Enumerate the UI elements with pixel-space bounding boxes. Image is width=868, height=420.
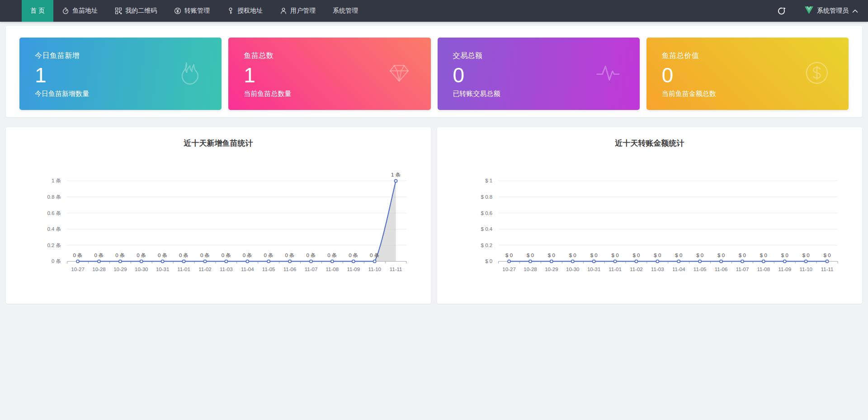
svg-text:$ 0: $ 0: [781, 253, 788, 258]
nav-item-transfer-mgmt[interactable]: 转账管理: [165, 0, 218, 22]
nav-item-home[interactable]: 首 页: [22, 0, 53, 22]
transfer-amount-chart-card: 近十天转账金额统计 $ 0$ 0.2$ 0.4$ 0.6$ 0.8$ 110-2…: [437, 127, 862, 304]
transfer-amount-chart-title: 近十天转账金额统计: [450, 138, 849, 148]
svg-text:$ 0: $ 0: [802, 253, 810, 258]
nav-item-my-qrcode[interactable]: 我的二维码: [106, 0, 165, 22]
svg-text:$ 0: $ 0: [654, 253, 661, 258]
svg-text:0 条: 0 条: [200, 253, 210, 258]
svg-text:$ 0.4: $ 0.4: [481, 226, 493, 232]
transfer-amount-line-chart: $ 0$ 0.2$ 0.4$ 0.6$ 0.8$ 110-2710-2810-2…: [450, 155, 849, 298]
chevron-up-icon: [852, 7, 858, 15]
svg-text:11-09: 11-09: [347, 267, 360, 272]
stat-card-subtitle: 当前鱼苗总数量: [244, 90, 415, 98]
svg-text:$ 0: $ 0: [569, 253, 576, 258]
navbar-right: 系统管理员: [777, 0, 868, 22]
main-content: 今日鱼苗新增 1 今日鱼苗新增数量 鱼苗总数 1 当前鱼苗总数量: [0, 22, 868, 304]
svg-text:$ 0: $ 0: [548, 253, 555, 258]
new-fry-line-chart: 0 条0.2 条0.4 条0.6 条0.8 条1 条10-2710-2810-2…: [19, 155, 418, 298]
current-user-name: 系统管理员: [817, 7, 849, 15]
svg-text:$ 0: $ 0: [612, 253, 619, 258]
qrcode-icon: [115, 7, 122, 14]
svg-text:11-05: 11-05: [693, 267, 707, 272]
stat-card-total-fry: 鱼苗总数 1 当前鱼苗总数量: [228, 38, 430, 110]
nav-item-user-mgmt[interactable]: 用户管理: [271, 0, 324, 22]
svg-text:0 条: 0 条: [94, 253, 104, 258]
svg-text:11-09: 11-09: [778, 267, 791, 272]
svg-text:$ 0: $ 0: [590, 253, 598, 258]
svg-text:0.4 条: 0.4 条: [47, 226, 61, 232]
svg-text:10-31: 10-31: [587, 267, 600, 272]
svg-text:10-31: 10-31: [156, 267, 169, 272]
nav-item-auth-address[interactable]: 授权地址: [218, 0, 271, 22]
stats-panel: 今日鱼苗新增 1 今日鱼苗新增数量 鱼苗总数 1 当前鱼苗总数量: [6, 26, 862, 117]
svg-text:10-27: 10-27: [502, 267, 515, 272]
stat-card-total-fry-value: 鱼苗总价值 0 当前鱼苗金额总数: [646, 38, 849, 110]
svg-text:11-05: 11-05: [262, 267, 275, 272]
svg-text:11-11: 11-11: [390, 267, 402, 272]
odometer-icon: [62, 7, 69, 14]
key-icon: [227, 7, 234, 14]
svg-text:11-10: 11-10: [368, 267, 381, 272]
nav-item-label: 转账管理: [184, 7, 210, 15]
svg-text:$ 1: $ 1: [485, 178, 492, 183]
svg-text:0.2 条: 0.2 条: [47, 243, 61, 248]
pulse-icon: [594, 59, 623, 89]
svg-text:0 条: 0 条: [264, 253, 274, 258]
svg-text:$ 0: $ 0: [675, 253, 682, 258]
svg-text:0 条: 0 条: [370, 253, 379, 258]
nav-item-label: 授权地址: [237, 7, 263, 15]
svg-text:11-07: 11-07: [736, 267, 749, 272]
svg-text:0 条: 0 条: [158, 253, 167, 258]
stat-card-subtitle: 今日鱼苗新增数量: [35, 90, 206, 98]
svg-text:11-03: 11-03: [651, 267, 664, 272]
svg-text:$ 0.6: $ 0.6: [481, 210, 493, 216]
svg-text:10-28: 10-28: [524, 267, 537, 272]
user-menu[interactable]: 系统管理员: [805, 6, 858, 16]
svg-text:$ 0: $ 0: [485, 258, 492, 264]
user-icon: [280, 7, 287, 14]
svg-text:0 条: 0 条: [327, 253, 337, 258]
svg-text:$ 0: $ 0: [696, 253, 703, 258]
svg-text:0 条: 0 条: [137, 253, 146, 258]
svg-text:0 条: 0 条: [115, 253, 125, 258]
svg-text:$ 0: $ 0: [760, 253, 767, 258]
svg-text:11-06: 11-06: [715, 267, 728, 272]
stat-cards-row: 今日鱼苗新增 1 今日鱼苗新增数量 鱼苗总数 1 当前鱼苗总数量: [19, 38, 849, 110]
svg-text:$ 0: $ 0: [527, 253, 534, 258]
svg-text:11-07: 11-07: [305, 267, 318, 272]
svg-text:10-30: 10-30: [135, 267, 148, 272]
nav-item-label: 首 页: [30, 7, 45, 15]
svg-text:11-06: 11-06: [283, 267, 297, 272]
svg-text:11-01: 11-01: [177, 267, 190, 272]
refresh-icon[interactable]: [777, 7, 786, 15]
svg-text:11-01: 11-01: [609, 267, 622, 272]
vue-logo: [805, 6, 813, 16]
nav-item-fry-address[interactable]: 鱼苗地址: [53, 0, 106, 22]
svg-text:0 条: 0 条: [285, 253, 295, 258]
nav-item-system-mgmt[interactable]: 系统管理: [324, 0, 367, 22]
dollar-icon: [802, 58, 831, 89]
stat-card-subtitle: 已转账交易总额: [453, 90, 624, 98]
yen-circle-icon: [174, 7, 181, 14]
nav-item-label: 系统管理: [333, 7, 358, 15]
svg-text:0 条: 0 条: [179, 253, 189, 258]
svg-text:$ 0: $ 0: [717, 253, 725, 258]
svg-text:$ 0: $ 0: [739, 253, 746, 258]
svg-text:11-02: 11-02: [630, 267, 643, 272]
svg-text:11-02: 11-02: [198, 267, 212, 272]
svg-text:0 条: 0 条: [306, 253, 316, 258]
svg-text:$ 0: $ 0: [824, 253, 831, 258]
svg-text:0 条: 0 条: [349, 253, 358, 258]
svg-text:10-28: 10-28: [92, 267, 105, 272]
new-fry-chart-card: 近十天新增鱼苗统计 0 条0.2 条0.4 条0.6 条0.8 条1 条10-2…: [6, 127, 431, 304]
svg-text:$ 0: $ 0: [505, 253, 513, 258]
svg-text:1 条: 1 条: [391, 172, 401, 177]
svg-text:10-29: 10-29: [545, 267, 558, 272]
main-menu: 首 页 鱼苗地址 我的二维码: [22, 0, 367, 22]
svg-text:0.8 条: 0.8 条: [47, 194, 61, 200]
svg-text:$ 0.8: $ 0.8: [481, 194, 493, 200]
svg-text:11-11: 11-11: [821, 267, 834, 272]
svg-text:0 条: 0 条: [52, 258, 61, 264]
svg-text:$ 0: $ 0: [632, 253, 640, 258]
stat-card-subtitle: 当前鱼苗金额总数: [662, 90, 833, 98]
